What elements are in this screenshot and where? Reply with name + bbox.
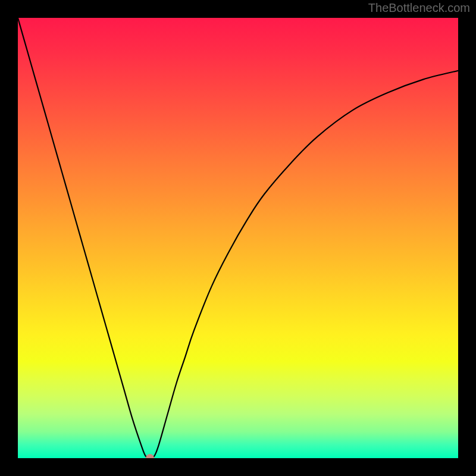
optimal-marker-icon	[146, 454, 154, 458]
watermark-label: TheBottleneck.com	[368, 1, 470, 15]
bottleneck-curve	[18, 18, 458, 458]
plot-area	[18, 18, 458, 458]
curve-svg	[18, 18, 458, 458]
